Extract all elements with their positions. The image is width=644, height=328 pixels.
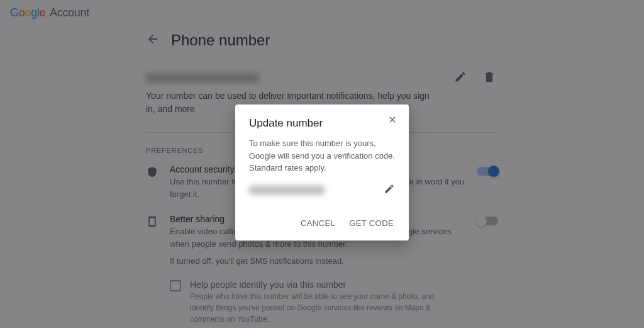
- modal-overlay: Update number To make sure this number i…: [0, 0, 644, 328]
- get-code-button[interactable]: GET CODE: [348, 215, 395, 232]
- dialog-phone-redacted: [249, 186, 325, 195]
- cancel-button[interactable]: CANCEL: [299, 215, 336, 232]
- edit-number-icon[interactable]: [384, 183, 395, 197]
- close-button[interactable]: [387, 115, 397, 127]
- dialog-text: To make sure this number is yours, Googl…: [249, 137, 395, 174]
- dialog-title: Update number: [249, 117, 395, 130]
- update-number-dialog: Update number To make sure this number i…: [235, 105, 409, 240]
